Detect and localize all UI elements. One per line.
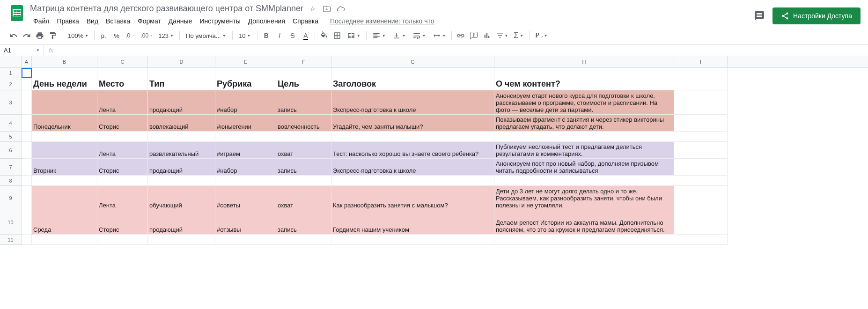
cell[interactable] — [215, 235, 276, 245]
cell[interactable]: Гордимся нашим учеником — [331, 210, 494, 235]
percent-button[interactable]: % — [110, 29, 123, 42]
filter-button[interactable]: ▼ — [494, 29, 510, 42]
chart-button[interactable] — [481, 29, 493, 42]
cell[interactable]: Тип — [148, 78, 215, 90]
cell[interactable] — [276, 176, 331, 186]
row-header-5[interactable]: 5 — [0, 132, 22, 142]
cell[interactable] — [32, 132, 97, 142]
increase-decimal-button[interactable]: .00→ — [139, 29, 155, 42]
cell[interactable]: #набор — [215, 159, 276, 176]
cell[interactable] — [97, 68, 148, 78]
row-header-7[interactable]: 7 — [0, 159, 22, 176]
cell[interactable] — [276, 235, 331, 245]
cell[interactable] — [331, 235, 494, 245]
valign-button[interactable]: ▼ — [390, 29, 409, 42]
cell[interactable]: Тест: насколько хорошо вы знаете своего … — [331, 142, 494, 159]
cell[interactable]: Среда — [32, 210, 97, 235]
merge-button[interactable]: ▼ — [344, 29, 363, 42]
cell[interactable] — [276, 132, 331, 142]
menu-view[interactable]: Вид — [83, 15, 102, 27]
rotate-button[interactable]: ▼ — [430, 29, 449, 42]
cell[interactable]: Дети до 3 лет не могут долго делать одно… — [494, 186, 674, 210]
cell[interactable] — [97, 235, 148, 245]
cell[interactable] — [22, 90, 32, 115]
col-header-B[interactable]: B — [32, 56, 97, 67]
row-header-9[interactable]: 9 — [0, 186, 22, 210]
cell[interactable] — [215, 176, 276, 186]
cell[interactable]: продающий — [148, 90, 215, 115]
cell[interactable] — [674, 115, 728, 132]
cell[interactable]: Угадайте, чем заняты малыши? — [331, 115, 494, 132]
cell[interactable]: #юныегении — [215, 115, 276, 132]
cell[interactable] — [674, 159, 728, 176]
cell[interactable] — [148, 132, 215, 142]
cell[interactable] — [97, 132, 148, 142]
cell[interactable] — [331, 68, 494, 78]
cell[interactable]: Сторис — [97, 210, 148, 235]
cell[interactable] — [215, 68, 276, 78]
cell[interactable] — [22, 115, 32, 132]
star-icon[interactable]: ☆ — [308, 4, 317, 14]
cell[interactable]: Сторис — [97, 115, 148, 132]
cell[interactable] — [148, 176, 215, 186]
row-header-2[interactable]: 2 — [0, 78, 22, 90]
cell[interactable]: Заголовок — [331, 78, 494, 90]
row-header-1[interactable]: 1 — [0, 68, 22, 78]
move-icon[interactable] — [322, 4, 331, 14]
cell[interactable] — [215, 132, 276, 142]
col-header-I[interactable]: I — [674, 56, 728, 67]
cell[interactable]: продающий — [148, 210, 215, 235]
strikethrough-button[interactable]: S — [287, 29, 299, 42]
cell[interactable]: Цель — [276, 78, 331, 90]
number-format-dropdown[interactable]: 123▼ — [155, 29, 177, 42]
link-button[interactable] — [455, 29, 467, 42]
menu-insert[interactable]: Вставка — [103, 15, 133, 27]
cell[interactable]: запись — [276, 159, 331, 176]
sheets-logo[interactable] — [7, 4, 26, 22]
cell[interactable] — [494, 132, 674, 142]
share-button[interactable]: Настройки Доступа — [772, 7, 861, 24]
print-icon[interactable] — [34, 29, 46, 42]
cell[interactable] — [494, 68, 674, 78]
cell[interactable]: День недели — [32, 78, 97, 90]
cell[interactable]: Анонсируем пост про новый набор, дополня… — [494, 159, 674, 176]
cell[interactable] — [32, 142, 97, 159]
col-header-F[interactable]: F — [276, 56, 331, 67]
cell[interactable] — [276, 68, 331, 78]
cell[interactable]: Публикуем несложный тест и предлагаем де… — [494, 142, 674, 159]
menu-help[interactable]: Справка — [289, 15, 322, 27]
cell[interactable] — [494, 176, 674, 186]
col-header-C[interactable]: C — [97, 56, 148, 67]
col-header-E[interactable]: E — [215, 56, 276, 67]
cell[interactable]: Понедельник — [32, 115, 97, 132]
menu-data[interactable]: Данные — [165, 15, 196, 27]
cell[interactable] — [22, 142, 32, 159]
row-header-3[interactable]: 3 — [0, 90, 22, 115]
cell[interactable] — [331, 176, 494, 186]
col-header-G[interactable]: G — [331, 56, 494, 67]
menu-tools[interactable]: Инструменты — [196, 15, 243, 27]
cell[interactable] — [22, 176, 32, 186]
cell[interactable] — [22, 132, 32, 142]
fill-color-button[interactable] — [318, 29, 330, 42]
cell[interactable]: #играем — [215, 142, 276, 159]
halign-button[interactable]: ▼ — [369, 29, 389, 42]
cell[interactable] — [494, 235, 674, 245]
cell[interactable]: вовлекающий — [148, 115, 215, 132]
cell[interactable]: #набор — [215, 90, 276, 115]
functions-button[interactable]: Σ▼ — [511, 29, 526, 42]
cell[interactable] — [22, 210, 32, 235]
cell[interactable] — [148, 68, 215, 78]
wrap-button[interactable]: ▼ — [410, 29, 429, 42]
cell[interactable] — [674, 78, 728, 90]
row-header-11[interactable]: 11 — [0, 235, 22, 245]
cell[interactable] — [32, 176, 97, 186]
cell[interactable] — [674, 176, 728, 186]
zoom-dropdown[interactable]: 100%▼ — [65, 29, 91, 42]
cell[interactable] — [32, 68, 97, 78]
cell[interactable] — [674, 186, 728, 210]
cell[interactable]: #отзывы — [215, 210, 276, 235]
italic-button[interactable]: I — [273, 29, 286, 42]
row-header-4[interactable]: 4 — [0, 115, 22, 132]
cell[interactable]: продающий — [148, 159, 215, 176]
